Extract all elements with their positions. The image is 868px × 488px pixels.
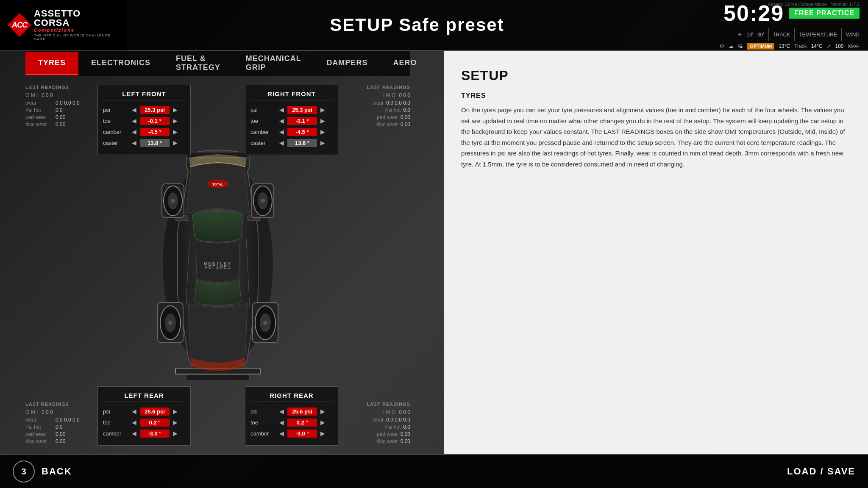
- tab-fuel-strategy[interactable]: FUEL & STRATEGY: [163, 47, 233, 80]
- back-button[interactable]: 3 BACK: [13, 460, 72, 482]
- rf-padwear-label: pad wear: [370, 114, 398, 120]
- logo-area: ACC ASSETTO CORSA Competizione THE OFFIC…: [0, 0, 127, 50]
- lr-camber-value: -3.0 °: [140, 430, 170, 438]
- lf-discwear-label: disc wear: [25, 122, 53, 128]
- rf-toe-dec[interactable]: ◀: [278, 116, 286, 125]
- right-front-readings: LAST READINGS I M O 0 0 0 wear 0.0 0.0 0…: [356, 85, 410, 129]
- lf-caster-inc[interactable]: ▶: [171, 139, 179, 147]
- tab-aero[interactable]: AERO: [380, 52, 429, 75]
- rr-panel-title: RIGHT REAR: [250, 392, 333, 402]
- lr-toe-dec[interactable]: ◀: [130, 418, 138, 427]
- sun2-icon: 🌤: [738, 43, 743, 49]
- rr-psi-dec[interactable]: ◀: [278, 407, 286, 416]
- rf-camber-dec[interactable]: ◀: [278, 128, 286, 136]
- rr-toe-dec[interactable]: ◀: [278, 418, 286, 427]
- rr-omi-values: 0 0 0: [399, 409, 410, 415]
- cloud-icon: ☁: [729, 43, 734, 49]
- rf-wear-label: wear: [356, 100, 384, 106]
- lf-caster-label: caster: [103, 140, 128, 146]
- lf-toe-inc[interactable]: ▶: [171, 116, 179, 125]
- rf-caster-inc[interactable]: ▶: [319, 139, 327, 147]
- rr-wear-label: wear: [356, 417, 384, 423]
- rf-psihot-label: Psi hot: [373, 107, 401, 113]
- lr-camber-dec[interactable]: ◀: [130, 429, 138, 438]
- back-number: 3: [13, 460, 35, 482]
- lf-camber-label: camber: [103, 129, 128, 135]
- track-temp: 14°C: [811, 43, 823, 49]
- header: ACC ASSETTO CORSA Competizione THE OFFIC…: [0, 0, 868, 51]
- rf-psi-inc[interactable]: ▶: [319, 105, 327, 114]
- rr-psi-inc[interactable]: ▶: [319, 407, 327, 416]
- right-rear-panel: RIGHT REAR psi ◀ 25.6 psi ▶ toe ◀ 0.2 ° …: [245, 386, 338, 446]
- rf-caster-dec[interactable]: ◀: [278, 139, 286, 147]
- rr-discwear-label: disc wear: [370, 438, 398, 444]
- svg-point-14: [168, 321, 172, 325]
- lf-psi-dec[interactable]: ◀: [130, 105, 138, 114]
- tab-dampers[interactable]: DAMPERS: [314, 52, 380, 75]
- load-save-button[interactable]: LOAD / SAVE: [787, 466, 855, 477]
- lr-camber-inc[interactable]: ▶: [171, 429, 179, 438]
- lf-toe-dec[interactable]: ◀: [130, 116, 138, 125]
- tab-tyres[interactable]: TYRES: [25, 52, 78, 75]
- rf-wear-value: 0.0 0.0 0.0: [386, 100, 410, 106]
- bottom-bar: 3 BACK LOAD / SAVE: [0, 454, 868, 488]
- lf-camber-dec[interactable]: ◀: [130, 128, 138, 136]
- lf-caster-dec[interactable]: ◀: [130, 139, 138, 147]
- lr-toe-inc[interactable]: ▶: [171, 418, 179, 427]
- main-content: LAST READINGS O M I 0 0 0 wear 0.0 0.0 0…: [25, 76, 410, 454]
- rf-psi-dec[interactable]: ◀: [278, 105, 286, 114]
- lr-discwear-value: 0.00: [56, 438, 65, 444]
- lf-camber-value: -4.5 °: [140, 128, 170, 136]
- session-badge: FREE PRACTICE: [789, 8, 860, 19]
- rr-camber-inc[interactable]: ▶: [319, 429, 327, 438]
- lr-psi-label: psi: [103, 408, 128, 415]
- lr-wear-label: wear: [25, 417, 53, 423]
- left-front-readings: LAST READINGS O M I 0 0 0 wear 0.0 0.0 0…: [25, 85, 80, 129]
- rf-camber-label: camber: [250, 129, 276, 135]
- lf-psi-inc[interactable]: ▶: [171, 105, 179, 114]
- rf-psihot-value: 0.0: [403, 107, 410, 113]
- lr-omi-label: O M I: [25, 409, 38, 415]
- lr-psihot-value: 0.0: [56, 424, 63, 430]
- wind-speed: 100: [835, 43, 843, 49]
- rf-toe-inc[interactable]: ▶: [319, 116, 327, 125]
- top-right-info: 50:29 FREE PRACTICE ☀ 10' 30' TRACK TEMP…: [707, 0, 868, 50]
- svg-point-10: [261, 199, 265, 203]
- rf-omi-values: 0 0 0: [399, 92, 410, 98]
- lr-toe-value: 0.2 °: [140, 419, 170, 427]
- rr-omi-label: I M O: [383, 409, 395, 415]
- tab-electronics[interactable]: ELECTRONICS: [78, 52, 163, 75]
- svg-text:TOTAL: TOTAL: [212, 183, 223, 186]
- lf-camber-inc[interactable]: ▶: [171, 128, 179, 136]
- lr-psi-dec[interactable]: ◀: [130, 407, 138, 416]
- wind-unit: KM/H: [848, 44, 860, 49]
- lf-psi-row: psi ◀ 25.3 psi ▶: [103, 105, 185, 114]
- rr-toe-row: toe ◀ 0.2 ° ▶: [250, 418, 333, 427]
- rf-psi-label: psi: [250, 107, 276, 113]
- lf-psihot-value: 0.0: [56, 107, 63, 113]
- lr-psihot-label: Psi hot: [25, 424, 53, 430]
- rr-toe-inc[interactable]: ▶: [319, 418, 327, 427]
- rr-padwear-value: 0.00: [401, 431, 410, 437]
- lf-toe-row: toe ◀ -0.1 ° ▶: [103, 116, 185, 125]
- rf-camber-inc[interactable]: ▶: [319, 128, 327, 136]
- air-temp: 13°C: [779, 43, 790, 49]
- tab-mechanical-grip[interactable]: MECHANICAL GRIP: [233, 47, 314, 80]
- temperature-label: TEMPERATURE: [799, 32, 837, 38]
- left-rear-readings: LAST READINGS O M I 0 0 0 wear 0.0 0.0 0…: [25, 402, 80, 446]
- rr-camber-dec[interactable]: ◀: [278, 429, 286, 438]
- lf-psi-label: psi: [103, 107, 128, 113]
- lf-panel-title: LEFT FRONT: [103, 90, 185, 100]
- rf-readings-title: LAST READINGS: [356, 85, 410, 90]
- lr-psi-inc[interactable]: ▶: [171, 407, 179, 416]
- right-panel-body: On the tyres page you can set your tyre …: [461, 105, 851, 169]
- setup-title: SETUP Safe preset: [127, 15, 707, 35]
- logo-subtitle: Competizione: [34, 28, 119, 33]
- lr-wear-value: 0.0 0.0 0.0: [56, 417, 80, 423]
- lr-readings-title: LAST READINGS: [25, 402, 80, 407]
- rf-psi-value: 25.3 psi: [287, 106, 317, 114]
- version-label: Assetto Corsa Competizione - Version: 1.…: [768, 2, 860, 7]
- lf-toe-label: toe: [103, 118, 128, 124]
- right-rear-readings: LAST READINGS I M O 0 0 0 wear 0.0 0.0 0…: [356, 402, 410, 446]
- rf-toe-label: toe: [250, 118, 276, 124]
